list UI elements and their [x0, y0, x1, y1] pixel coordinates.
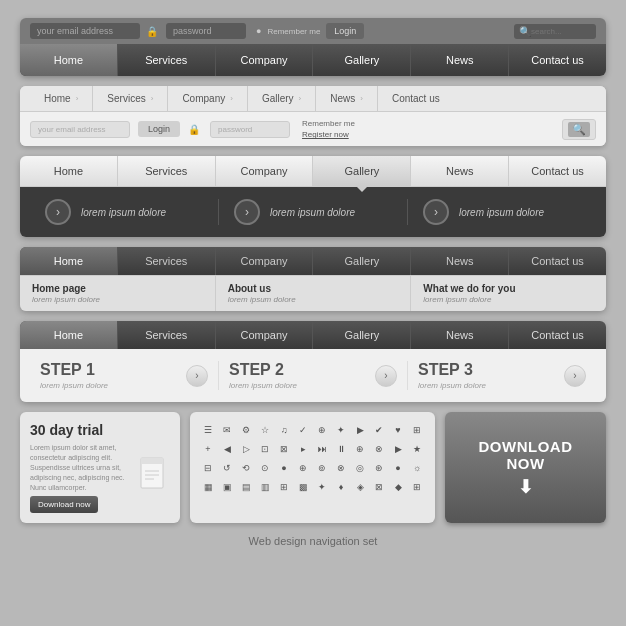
nav2-services[interactable]: Services ›	[93, 86, 168, 111]
icon-cell-3[interactable]: ☆	[257, 422, 273, 438]
nav1-news[interactable]: News	[411, 44, 509, 76]
icon-cell-31[interactable]: ⊗	[333, 460, 349, 476]
nav4-home[interactable]: Home	[20, 247, 118, 275]
nav4-sub-whatwedo[interactable]: What we do for you lorem ipsum dolore	[411, 276, 606, 311]
icon-cell-23[interactable]: ★	[409, 441, 425, 457]
nav2-password-input[interactable]	[210, 121, 290, 138]
nav5-home[interactable]: Home	[20, 321, 118, 349]
icon-cell-22[interactable]: ▶	[390, 441, 406, 457]
icon-cell-34[interactable]: ●	[390, 460, 406, 476]
icon-cell-21[interactable]: ⊗	[371, 441, 387, 457]
nav3-news[interactable]: News	[411, 156, 509, 186]
icon-cell-10[interactable]: ♥	[390, 422, 406, 438]
nav4-sub-homepage[interactable]: Home page lorem ipsum dolore	[20, 276, 216, 311]
icon-cell-29[interactable]: ⊕	[295, 460, 311, 476]
icon-cell-15[interactable]: ⊡	[257, 441, 273, 457]
nav4-services[interactable]: Services	[118, 247, 216, 275]
nav5-step-2-arrow[interactable]: ›	[375, 365, 397, 387]
icon-cell-37[interactable]: ▣	[219, 479, 235, 495]
nav3-gallery[interactable]: Gallery	[313, 156, 411, 186]
nav3-slider-arrow-3[interactable]: ›	[423, 199, 449, 225]
download-now-button[interactable]: DOWNLOAD NOW ⬇	[445, 412, 606, 523]
icon-cell-14[interactable]: ▷	[238, 441, 254, 457]
icon-cell-7[interactable]: ✦	[333, 422, 349, 438]
icon-cell-41[interactable]: ▩	[295, 479, 311, 495]
icon-cell-19[interactable]: ⏸	[333, 441, 349, 457]
nav5-gallery[interactable]: Gallery	[313, 321, 411, 349]
nav3-company[interactable]: Company	[216, 156, 314, 186]
trial-download-button[interactable]: Download now	[30, 496, 98, 513]
icon-cell-25[interactable]: ↺	[219, 460, 235, 476]
icon-cell-1[interactable]: ✉	[219, 422, 235, 438]
icon-cell-45[interactable]: ⊠	[371, 479, 387, 495]
nav2-login-button[interactable]: Login	[138, 121, 180, 137]
nav5-services[interactable]: Services	[118, 321, 216, 349]
nav4-gallery[interactable]: Gallery	[313, 247, 411, 275]
nav2-register-label[interactable]: Register now	[302, 129, 355, 140]
nav5-company[interactable]: Company	[216, 321, 314, 349]
nav1-password-input[interactable]	[166, 23, 246, 39]
nav3-slider-arrow-2[interactable]: ›	[234, 199, 260, 225]
nav2-gallery[interactable]: Gallery ›	[248, 86, 316, 111]
icon-cell-28[interactable]: ●	[276, 460, 292, 476]
nav3-contact[interactable]: Contact us	[509, 156, 606, 186]
nav4-sub-title-2: About us	[228, 283, 399, 294]
icon-cell-30[interactable]: ⊚	[314, 460, 330, 476]
icon-cell-35[interactable]: ☼	[409, 460, 425, 476]
icon-cell-33[interactable]: ⊛	[371, 460, 387, 476]
icon-cell-32[interactable]: ◎	[352, 460, 368, 476]
icon-cell-36[interactable]: ▦	[200, 479, 216, 495]
icon-cell-2[interactable]: ⚙	[238, 422, 254, 438]
nav2-email-input[interactable]	[30, 121, 130, 138]
nav1-home[interactable]: Home	[20, 44, 118, 76]
nav5-step-2-content: STEP 2 lorem ipsum dolore	[229, 361, 367, 390]
icon-cell-6[interactable]: ⊕	[314, 422, 330, 438]
icon-cell-20[interactable]: ⊕	[352, 441, 368, 457]
icon-cell-38[interactable]: ▤	[238, 479, 254, 495]
nav1-contact[interactable]: Contact us	[509, 44, 606, 76]
nav5-step-1-arrow[interactable]: ›	[186, 365, 208, 387]
icon-cell-4[interactable]: ♫	[276, 422, 292, 438]
nav5-step-3-arrow[interactable]: ›	[564, 365, 586, 387]
nav1-login-button[interactable]: Login	[326, 23, 364, 39]
nav1-email-input[interactable]	[30, 23, 140, 39]
icon-cell-8[interactable]: ▶	[352, 422, 368, 438]
icon-cell-42[interactable]: ✦	[314, 479, 330, 495]
nav2-contact[interactable]: Contact us	[378, 86, 454, 111]
icon-cell-39[interactable]: ▥	[257, 479, 273, 495]
nav1-gallery[interactable]: Gallery	[313, 44, 411, 76]
icon-cell-40[interactable]: ⊞	[276, 479, 292, 495]
icon-cell-13[interactable]: ◀	[219, 441, 235, 457]
nav5-contact[interactable]: Contact us	[509, 321, 606, 349]
nav5-step-1: STEP 1 lorem ipsum dolore ›	[30, 361, 219, 390]
icon-cell-11[interactable]: ⊞	[409, 422, 425, 438]
nav4-sub-about[interactable]: About us lorem ipsum dolore	[216, 276, 412, 311]
nav4-contact[interactable]: Contact us	[509, 247, 606, 275]
nav2-company[interactable]: Company ›	[168, 86, 247, 111]
icon-cell-24[interactable]: ⊟	[200, 460, 216, 476]
nav4-company[interactable]: Company	[216, 247, 314, 275]
nav4-news[interactable]: News	[411, 247, 509, 275]
icon-cell-46[interactable]: ◆	[390, 479, 406, 495]
nav2-news[interactable]: News ›	[316, 86, 378, 111]
icon-cell-26[interactable]: ⟲	[238, 460, 254, 476]
icon-cell-12[interactable]: +	[200, 441, 216, 457]
icon-cell-43[interactable]: ♦	[333, 479, 349, 495]
nav3-services[interactable]: Services	[118, 156, 216, 186]
icon-cell-17[interactable]: ▸	[295, 441, 311, 457]
nav1-search-input[interactable]	[531, 27, 591, 36]
icon-cell-27[interactable]: ⊙	[257, 460, 273, 476]
nav1-services[interactable]: Services	[118, 44, 216, 76]
icon-cell-18[interactable]: ⏭	[314, 441, 330, 457]
icon-cell-47[interactable]: ⊞	[409, 479, 425, 495]
icon-cell-16[interactable]: ⊠	[276, 441, 292, 457]
icon-cell-0[interactable]: ☰	[200, 422, 216, 438]
nav1-company[interactable]: Company	[216, 44, 314, 76]
nav3-home[interactable]: Home	[20, 156, 118, 186]
nav2-home[interactable]: Home ›	[30, 86, 93, 111]
icon-cell-5[interactable]: ✓	[295, 422, 311, 438]
icon-cell-44[interactable]: ◈	[352, 479, 368, 495]
nav5-news[interactable]: News	[411, 321, 509, 349]
icon-cell-9[interactable]: ✔	[371, 422, 387, 438]
nav3-slider-arrow-1[interactable]: ›	[45, 199, 71, 225]
